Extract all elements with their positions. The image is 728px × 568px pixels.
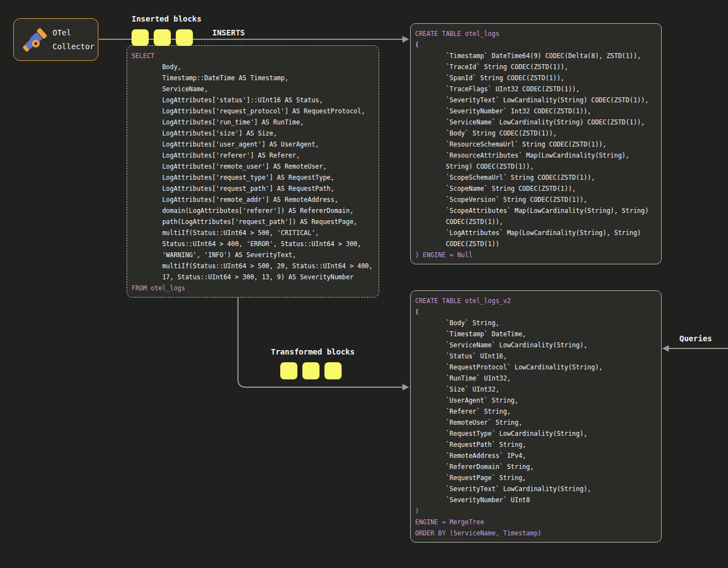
code-line: `RunTime` UInt32, — [415, 373, 657, 384]
code-line: LogAttributes['remote_addr'] AS RemoteAd… — [132, 194, 374, 205]
code-line: Body, — [132, 61, 374, 72]
inserted-block — [132, 29, 149, 46]
code-line: `RemoteUser` String, — [415, 417, 657, 428]
code-line: `UserAgent` String, — [415, 395, 657, 406]
otel-collector-title-line2: Collector — [53, 40, 95, 54]
code-line: LogAttributes['run_time'] AS RunTime, — [132, 117, 374, 128]
code-line: `SeverityText` LowCardinality(String), — [415, 483, 657, 494]
code-line: multiIf(Status::UInt64 > 500, 'CRITICAL'… — [132, 227, 374, 238]
code-line: ORDER BY (ServiceName, Timestamp) — [415, 528, 657, 539]
code-line: String) CODEC(ZSTD(1)), — [415, 161, 657, 172]
code-line: `Size` UInt32, — [415, 384, 657, 395]
code-line: CREATE TABLE otel_logs — [415, 28, 657, 39]
otel-logs-table-box: CREATE TABLE otel_logs( `Timestamp` Date… — [410, 23, 662, 264]
code-line: Status::UInt64 > 400, 'ERROR', Status::U… — [132, 238, 374, 249]
code-line: `ScopeVersion` String CODEC(ZSTD(1)), — [415, 194, 657, 205]
code-line: ) — [415, 506, 657, 517]
code-line: ( — [415, 39, 657, 50]
code-line: `ScopeAttributes` Map(LowCardinality(Str… — [415, 205, 657, 216]
code-line: `SeverityNumber` Int32 CODEC(ZSTD(1)), — [415, 106, 657, 117]
diagram-canvas: OTel Collector Inserted blocks INSERTS T… — [0, 0, 728, 568]
code-line: `SeverityText` LowCardinality(String) CO… — [415, 95, 657, 106]
code-line: ) ENGINE = Null — [415, 249, 657, 260]
code-line: `TraceId` String CODEC(ZSTD(1)), — [415, 61, 657, 72]
transformed-block — [280, 362, 297, 379]
code-line: LogAttributes['remote_user'] AS RemoteUs… — [132, 161, 374, 172]
code-line: CREATE TABLE otel_logs_v2 — [415, 295, 657, 306]
inserted-block — [176, 29, 193, 46]
code-line: `Status` UInt16, — [415, 351, 657, 362]
code-line: `Referer` String, — [415, 406, 657, 417]
code-line: `ResourceAttributes` Map(LowCardinality(… — [415, 150, 657, 161]
code-line: `Body` String CODEC(ZSTD(1)), — [415, 128, 657, 139]
code-line: ( — [415, 306, 657, 317]
code-line: `RequestPath` String, — [415, 439, 657, 450]
code-line: CODEC(ZSTD(1)) — [415, 238, 657, 249]
code-line: `SeverityNumber` UInt8 — [415, 494, 657, 506]
otel-collector-node: OTel Collector — [13, 18, 98, 61]
code-line: multiIf(Status::UInt64 > 500, 20, Status… — [132, 260, 374, 272]
code-line: `LogAttributes` Map(LowCardinality(Strin… — [415, 227, 657, 238]
code-line: ServiceName, — [132, 84, 374, 95]
otel-logs-v2-table-box: CREATE TABLE otel_logs_v2( `Body` String… — [410, 290, 662, 543]
code-line: LogAttributes['referer'] AS Referer, — [132, 150, 374, 161]
transformed-block — [302, 362, 320, 379]
select-query-box: SELECT Body, Timestamp::DateTime AS Time… — [127, 45, 379, 298]
otel-collector-title-line1: OTel — [53, 26, 95, 40]
code-line: `TraceFlags` UInt32 CODEC(ZSTD(1)), — [415, 84, 657, 95]
code-line: FROM otel_logs — [132, 283, 374, 294]
code-line: ENGINE = MergeTree — [415, 517, 657, 528]
transform-arrowhead-icon — [402, 384, 409, 390]
code-line: 'WARNING', 'INFO') AS SeverityText, — [132, 249, 374, 260]
code-line: `ScopeSchemaUrl` String CODEC(ZSTD(1)), — [415, 172, 657, 183]
inserted-blocks-label: Inserted blocks — [132, 14, 201, 23]
code-line: LogAttributes['user_agent'] AS UserAgent… — [132, 139, 374, 150]
queries-label: Queries — [679, 334, 712, 343]
queries-arrowhead-icon — [662, 345, 669, 352]
code-line: LogAttributes['request_type'] AS Request… — [132, 172, 374, 183]
code-line: `Timestamp` DateTime64(9) CODEC(Delta(8)… — [415, 50, 657, 61]
code-line: LogAttributes['status']::UInt16 AS Statu… — [132, 95, 374, 106]
code-line: LogAttributes['size'] AS Size, — [132, 128, 374, 139]
code-line: domain(LogAttributes['referer']) AS Refe… — [132, 205, 374, 216]
code-line: `ResourceSchemaUrl` String CODEC(ZSTD(1)… — [415, 139, 657, 150]
transformed-block — [324, 362, 342, 379]
code-line: LogAttributes['request_protocol'] AS Req… — [132, 106, 374, 117]
code-line: Timestamp::DateTime AS Timestamp, — [132, 72, 374, 84]
transformed-blocks-label: Transformed blocks — [271, 347, 355, 356]
code-line: path(LogAttributes['request_path']) AS R… — [132, 216, 374, 227]
inserted-block — [154, 29, 171, 46]
code-line: CODEC(ZSTD(1)), — [415, 216, 657, 227]
code-line: `Body` String, — [415, 317, 657, 329]
code-line: SELECT — [132, 50, 374, 61]
code-line: `RemoteAddress` IPv4, — [415, 450, 657, 461]
code-line: `RefererDomain` String, — [415, 461, 657, 472]
code-line: `RequestProtocol` LowCardinality(String)… — [415, 362, 657, 373]
transform-arrow-line — [238, 298, 403, 387]
code-line: `ServiceName` LowCardinality(String) COD… — [415, 117, 657, 128]
code-line: LogAttributes['request_path'] AS Request… — [132, 183, 374, 194]
code-line: `ServiceName` LowCardinality(String), — [415, 340, 657, 351]
code-line: `ScopeName` String CODEC(ZSTD(1)), — [415, 183, 657, 194]
code-line: `RequestType` LowCardinality(String), — [415, 428, 657, 439]
otel-collector-title: OTel Collector — [53, 26, 95, 54]
inserts-label: INSERTS — [212, 28, 245, 37]
inserts-arrowhead-icon — [402, 36, 409, 43]
telescope-icon — [20, 26, 49, 54]
code-line: `Timestamp` DateTime, — [415, 329, 657, 340]
code-line: 17, Status::UInt64 > 300, 13, 9) AS Seve… — [132, 272, 374, 283]
code-line: `RequestPage` String, — [415, 472, 657, 483]
code-line: `SpanId` String CODEC(ZSTD(1)), — [415, 72, 657, 84]
